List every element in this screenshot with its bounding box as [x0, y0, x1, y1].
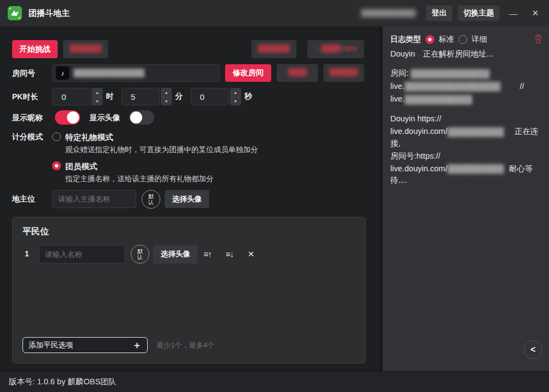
app-logo-icon — [8, 6, 22, 20]
setup-obs-button[interactable]: —█████OBS — [307, 40, 364, 58]
stepper-up-icon[interactable]: ▲ — [161, 88, 172, 97]
log-url-prefix: live. — [390, 94, 405, 103]
settings-panel: 开始挑战 ████████ ████████ —█████OBS 房间号 ♪ █… — [0, 26, 379, 371]
log-message: 房间号:https:// — [390, 152, 440, 160]
plus-icon: ＋ — [132, 339, 142, 351]
landlord-default-button[interactable]: 默认 — [142, 190, 160, 209]
civilian-seats-title: 平民位 — [23, 226, 49, 238]
member-mode-radio[interactable] — [52, 161, 61, 170]
redacted-challenge-button[interactable]: ████████ — [63, 40, 108, 58]
stepper-up-icon[interactable]: ▲ — [230, 88, 241, 97]
pk-minutes-input[interactable] — [121, 88, 160, 105]
logout-button[interactable]: 登出 — [426, 5, 452, 21]
log-line: 房间: ██████████████ — [390, 68, 542, 80]
move-up-icon[interactable]: ≡↑ — [204, 249, 211, 259]
room-number-input[interactable]: ♪ █████████████ — [52, 64, 220, 82]
member-mode-label: 团员模式 — [65, 161, 97, 172]
pk-duration-label: PK时长 — [12, 92, 38, 102]
hours-unit-label: 时 — [106, 92, 114, 102]
scoring-mode-label: 计分模式 — [12, 132, 43, 142]
stepper-down-icon[interactable]: ▼ — [230, 97, 241, 105]
log-url: live.douyin.com/ — [390, 127, 447, 136]
log-standard-label: 标准 — [439, 35, 454, 44]
minimize-button[interactable]: — — [505, 5, 522, 21]
modify-room-button[interactable]: 修改房间 — [225, 64, 271, 82]
app-title: 团播斗地主 — [29, 8, 70, 19]
account-name-redacted: ██████████ — [361, 9, 421, 17]
stepper-down-icon[interactable]: ▼ — [161, 97, 172, 105]
civilian-row-index: 1 — [25, 249, 29, 258]
room-number-value-redacted: █████████████ — [74, 69, 161, 77]
switch-theme-button[interactable]: 切换主题 — [458, 5, 500, 21]
show-nickname-toggle[interactable] — [55, 110, 80, 125]
show-avatar-label: 显示头像 — [89, 113, 120, 123]
log-url-prefix: live. — [390, 82, 405, 91]
log-room-label: 房间: — [390, 69, 408, 77]
civilian-count-hint: 最少1个，最多4个 — [156, 340, 214, 350]
log-detailed-radio[interactable] — [458, 35, 467, 44]
log-type-label: 日志类型 — [390, 35, 421, 44]
move-down-icon[interactable]: ≡↓ — [226, 249, 233, 259]
civilian-seats-panel: 平民位 1 默认 选择头像 ≡↑ ≡↓ ✕ 添加平民选项 ＋ 最少1个，最多4个 — [12, 217, 366, 363]
log-panel: 日志类型 标准 详细 Douyin 正在解析房间地址... 房间: ██████… — [379, 26, 549, 371]
delete-row-icon[interactable]: ✕ — [248, 249, 254, 259]
gift-mode-radio[interactable] — [52, 132, 61, 141]
log-line: Douyin https:// — [390, 113, 542, 125]
collapse-panel-button[interactable]: < — [524, 340, 542, 359]
redacted-room-button-1[interactable]: ████ — [277, 64, 318, 82]
gift-mode-label: 特定礼物模式 — [65, 132, 113, 143]
pk-seconds-stepper[interactable]: ▲ ▼ — [230, 88, 241, 105]
redacted-text: ██████████████ — [411, 68, 515, 80]
log-line: live.████████████ — [390, 93, 542, 105]
titlebar: 团播斗地主 ██████████ 登出 切换主题 — ✕ — [0, 0, 549, 26]
tiktok-icon: ♪ — [56, 66, 69, 80]
landlord-choose-avatar-button[interactable]: 选择头像 — [165, 190, 209, 208]
civilian-choose-avatar-button[interactable]: 选择头像 — [153, 245, 198, 264]
start-challenge-button[interactable]: 开始挑战 — [12, 40, 58, 58]
log-standard-radio[interactable] — [425, 35, 434, 44]
landlord-name-input[interactable] — [52, 190, 136, 208]
civilian-default-button[interactable]: 默认 — [131, 245, 149, 264]
redacted-room-button-2[interactable]: ██████ — [323, 64, 364, 82]
pk-hours-input[interactable] — [52, 88, 91, 105]
toggle-knob — [67, 111, 79, 124]
show-nickname-label: 显示昵称 — [12, 113, 43, 123]
close-button[interactable]: ✕ — [527, 5, 544, 21]
civilian-name-input[interactable] — [39, 245, 125, 264]
version-text: 版本号: 1.0.6 by 麒麟OBS团队 — [9, 377, 116, 387]
toggle-knob — [130, 111, 142, 124]
add-civilian-label: 添加平民选项 — [29, 340, 73, 350]
clear-log-icon[interactable] — [534, 34, 542, 45]
log-line: live.douyin.com/██████████耐心等待.... — [390, 163, 542, 187]
log-url-suffix: // — [520, 82, 524, 91]
pk-seconds-input[interactable] — [191, 88, 229, 105]
redacted-text: ████████████ — [405, 94, 503, 105]
stepper-down-icon[interactable]: ▼ — [92, 97, 103, 105]
landlord-seat-label: 地主位 — [12, 194, 35, 204]
redacted-text: ██████████ — [447, 126, 512, 138]
statusbar: 版本号: 1.0.6 by 麒麟OBS团队 — [0, 371, 549, 392]
minutes-unit-label: 分 — [175, 92, 183, 102]
add-civilian-button[interactable]: 添加平民选项 ＋ — [23, 337, 148, 353]
gift-mode-description: 观众赠送指定礼物时，可直接为团播中的某位成员单独加分 — [65, 145, 258, 155]
redacted-text: ██████████ — [447, 163, 509, 175]
redacted-text: █████████████████ — [405, 81, 520, 92]
log-url: live.douyin.com/ — [390, 164, 447, 173]
log-detailed-label: 详细 — [472, 35, 487, 44]
log-line: live.douyin.com/██████████ 正在连接, — [390, 126, 542, 149]
log-source: Douyin — [390, 49, 415, 58]
log-line: live.█████████████████// — [390, 81, 542, 93]
seconds-unit-label: 秒 — [244, 92, 252, 102]
redacted-action-button[interactable]: ████████ — [251, 40, 296, 58]
show-avatar-toggle[interactable] — [129, 110, 154, 125]
stepper-up-icon[interactable]: ▲ — [92, 88, 103, 97]
member-mode-description: 指定主播名称，送给该主播的所有礼物都加分 — [65, 174, 214, 184]
room-number-label: 房间号 — [12, 69, 35, 79]
pk-hours-stepper[interactable]: ▲ ▼ — [92, 88, 103, 105]
log-line: Douyin 正在解析房间地址... — [390, 48, 542, 60]
log-message: Douyin https:// — [390, 114, 441, 123]
log-line: 房间号:https:// — [390, 150, 542, 162]
pk-minutes-stepper[interactable]: ▲ ▼ — [161, 88, 172, 105]
log-message: 正在解析房间地址... — [423, 49, 493, 58]
